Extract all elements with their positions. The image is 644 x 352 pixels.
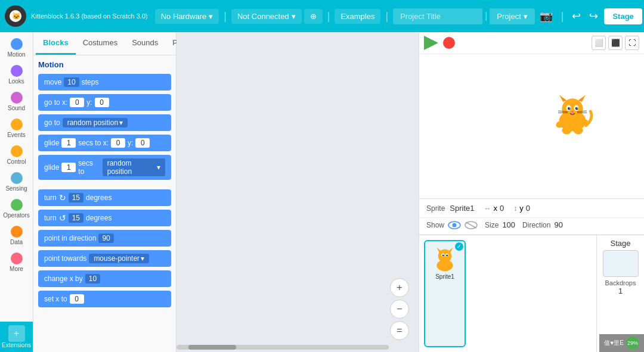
watermark-text: 值♥里E bbox=[604, 339, 624, 347]
topbar-right: 📷 | ↩ ↪ Stage Coding ⚙ bbox=[537, 7, 644, 25]
size-val: 100 bbox=[502, 220, 515, 229]
sprite-info-row: Sprite Sprite1 ↔ x 0 ↕ y 0 bbox=[419, 199, 644, 218]
sprite-thumb-label: Sprite1 bbox=[435, 273, 454, 280]
fullscreen-btn[interactable]: ⛶ bbox=[625, 36, 639, 50]
block-set-x[interactable]: set x to 0 bbox=[38, 291, 171, 307]
turn-ccw-icon: ↺ bbox=[59, 213, 66, 223]
control-label: Control bbox=[7, 158, 26, 165]
redo-btn[interactable]: ↪ bbox=[587, 7, 600, 25]
examples-label: Examples bbox=[340, 12, 374, 21]
block-point-towards[interactable]: point towards mouse-pointer ▾ bbox=[38, 250, 171, 267]
sprite-thumb-sprite1[interactable]: ✓ bbox=[424, 240, 466, 347]
stop-btn[interactable] bbox=[443, 37, 455, 49]
sidebar-item-sound[interactable]: Sound bbox=[0, 88, 33, 115]
zoom-fit-icon: = bbox=[397, 325, 402, 336]
svg-point-11 bbox=[575, 107, 578, 110]
zoom-out-btn[interactable]: − bbox=[390, 300, 409, 319]
block-move[interactable]: move 10 steps bbox=[38, 74, 171, 91]
sensing-dot bbox=[11, 172, 23, 184]
sidebar-item-operators[interactable]: Operators bbox=[0, 195, 33, 222]
block-point-dir[interactable]: point in direction 90 bbox=[38, 230, 171, 247]
backdrops-count: 1 bbox=[618, 286, 623, 295]
events-dot bbox=[11, 119, 23, 130]
stage-canvas-area: ⬜ ⬛ ⛶ bbox=[419, 32, 644, 199]
sidebar-item-control[interactable]: Control bbox=[0, 142, 33, 169]
eye-hidden-icon[interactable] bbox=[465, 221, 478, 229]
sidebar-item-extensions[interactable]: + Extensions bbox=[0, 322, 33, 352]
svg-point-34 bbox=[436, 260, 453, 271]
hardware-btn[interactable]: No Hardware ▾ bbox=[155, 9, 219, 24]
eye-visible-icon[interactable] bbox=[448, 221, 461, 229]
looks-dot bbox=[11, 65, 23, 77]
block-turn-cw[interactable]: turn ↻ 15 degrees bbox=[38, 189, 171, 206]
extensions-label: Extensions bbox=[2, 342, 31, 348]
project-title-input[interactable] bbox=[393, 8, 482, 24]
tab-sounds[interactable]: Sounds bbox=[125, 32, 165, 55]
size-group: Size 100 bbox=[485, 220, 515, 229]
operators-dot bbox=[11, 199, 23, 211]
zoom-fit-btn[interactable]: = bbox=[390, 321, 409, 340]
data-dot bbox=[11, 226, 23, 238]
undo-btn[interactable]: ↩ bbox=[569, 7, 583, 25]
tabs-row: Blocks Costumes Sounds Python bbox=[33, 32, 176, 55]
title-divider: | bbox=[482, 11, 490, 21]
project-btn[interactable]: Project ▾ bbox=[490, 8, 534, 24]
examples-btn[interactable]: Examples bbox=[335, 9, 380, 24]
block-goto-pos[interactable]: go to random position ▾ bbox=[38, 114, 171, 131]
sep2: | bbox=[327, 10, 330, 23]
zoom-in-icon: + bbox=[397, 282, 402, 293]
coding-area[interactable]: + − = bbox=[177, 32, 419, 352]
blocks-list: Motion move 10 steps go to x: 0 y: 0 go … bbox=[33, 55, 176, 352]
sidebar-item-looks[interactable]: Looks bbox=[0, 61, 33, 88]
camera-btn[interactable]: 📷 bbox=[537, 7, 555, 25]
small-stage-btn[interactable]: ⬜ bbox=[592, 36, 606, 50]
connection-btn[interactable]: Not Connected ▾ bbox=[231, 9, 302, 24]
sep3: | bbox=[385, 10, 388, 23]
sidebar-item-events[interactable]: Events bbox=[0, 115, 33, 142]
data-label: Data bbox=[10, 239, 23, 245]
direction-label: Direction bbox=[522, 221, 550, 229]
network-icon: ⊕ bbox=[310, 12, 317, 21]
sound-dot bbox=[11, 92, 23, 104]
zoom-out-icon: − bbox=[397, 304, 402, 314]
category-sidebar: Motion Looks Sound Events Control Sensin… bbox=[0, 32, 33, 352]
svg-line-26 bbox=[466, 222, 476, 228]
sprites-section: ✓ bbox=[419, 235, 596, 352]
large-stage-btn[interactable]: ⬛ bbox=[608, 36, 623, 50]
tab-blocks[interactable]: Blocks bbox=[36, 32, 76, 55]
connection-label: Not Connected bbox=[237, 12, 289, 21]
block-change-x[interactable]: change x by 10 bbox=[38, 270, 171, 287]
events-label: Events bbox=[7, 132, 26, 138]
sidebar-item-more[interactable]: More bbox=[0, 249, 33, 276]
sidebar-item-sensing[interactable]: Sensing bbox=[0, 169, 33, 195]
more-dot bbox=[11, 253, 23, 264]
sidebar-item-motion[interactable]: Motion bbox=[0, 35, 33, 61]
horizontal-scrollbar[interactable] bbox=[177, 345, 389, 350]
control-dot bbox=[11, 145, 23, 157]
sidebar-item-data[interactable]: Data bbox=[0, 222, 33, 249]
stage-canvas bbox=[419, 54, 644, 198]
sep4: | bbox=[561, 10, 564, 23]
main-layout: Motion Looks Sound Events Control Sensin… bbox=[0, 32, 644, 352]
hardware-label: No Hardware bbox=[161, 12, 207, 21]
svg-point-21 bbox=[562, 127, 571, 135]
tab-costumes[interactable]: Costumes bbox=[76, 32, 125, 55]
sound-label: Sound bbox=[8, 105, 25, 111]
svg-point-22 bbox=[574, 127, 583, 135]
app-title: Kittenblock 1.6.3 (based on Scratch 3.0) bbox=[31, 13, 148, 20]
stage-btn[interactable]: Stage bbox=[604, 8, 642, 24]
block-turn-ccw[interactable]: turn ↺ 15 degrees bbox=[38, 210, 171, 226]
spacer1 bbox=[38, 183, 171, 189]
scrollbar-thumb[interactable] bbox=[188, 345, 236, 350]
block-goto-xy[interactable]: go to x: 0 y: 0 bbox=[38, 94, 171, 111]
block-glide1[interactable]: glide 1 secs to x: 0 y: 0 bbox=[38, 135, 171, 151]
looks-label: Looks bbox=[8, 78, 24, 85]
green-flag-btn[interactable] bbox=[424, 36, 438, 50]
watermark: 值♥里E 29% bbox=[599, 334, 644, 352]
network-btn[interactable]: ⊕ bbox=[304, 9, 323, 24]
zoom-in-btn[interactable]: + bbox=[390, 278, 409, 297]
direction-group: Direction 90 bbox=[522, 220, 563, 229]
undo-icon: ↩ bbox=[572, 10, 581, 23]
block-glide2[interactable]: glide 1 secs to random position ▾ bbox=[38, 155, 171, 180]
svg-marker-28 bbox=[436, 247, 441, 252]
